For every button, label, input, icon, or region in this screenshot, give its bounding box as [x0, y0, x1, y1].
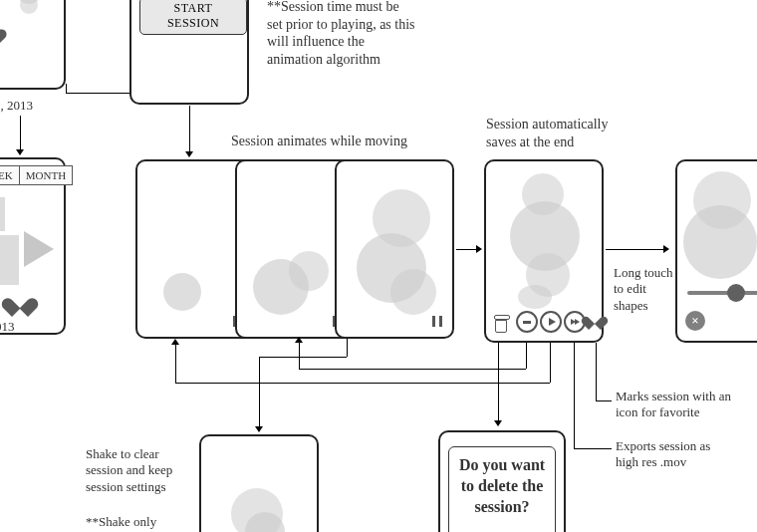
arrow-segment: [347, 339, 348, 357]
arrowhead-icon: [295, 337, 303, 343]
dialog-box: Do you want to delete the session?: [448, 446, 556, 532]
play-icon[interactable]: [540, 311, 562, 333]
note-favorite: Marks session with an icon for favorite: [616, 389, 735, 421]
arrow-segment: [299, 343, 300, 369]
shake-panel: [199, 434, 319, 532]
arrow-segment: [526, 343, 527, 369]
arrow-segment: [574, 448, 612, 449]
start-session-button[interactable]: START SESSION: [139, 0, 247, 35]
tab-week[interactable]: WEEK: [0, 165, 20, 185]
slider-thumb[interactable]: [727, 284, 745, 302]
time-tabs: WEEK MONTH: [0, 165, 73, 185]
note-export: Exports session as high res .mov: [616, 438, 735, 471]
arrow-segment: [259, 357, 260, 428]
heart-icon: [10, 299, 28, 315]
arrow-segment: [175, 383, 550, 384]
timer-panel: 30 START SESSION: [129, 0, 249, 105]
blob-shape: [390, 269, 436, 315]
partial-panel-left-2: WEEK MONTH: [0, 157, 66, 335]
arrow-segment: [175, 345, 176, 383]
note-long-touch: Long touch to edit shapes: [614, 265, 683, 314]
note-animates: Session animates while moving: [231, 133, 407, 150]
arrow-segment: [189, 106, 190, 153]
delete-dialog-panel: Do you want to delete the session?: [438, 430, 566, 532]
dialog-title: Do you want to delete the session?: [455, 455, 549, 517]
arrowhead-icon: [663, 245, 669, 253]
arrowhead-icon: [476, 245, 482, 253]
arrow-segment: [606, 249, 665, 250]
edit-shapes-panel: ×: [675, 159, 757, 343]
note-shake: Shake to clear session and keep session …: [86, 446, 195, 495]
blob-shape: [518, 285, 552, 309]
arrow-segment: [299, 369, 526, 370]
arrow-segment: [259, 357, 347, 358]
big-arrow-icon: [24, 231, 54, 267]
thumbnail-placeholder: [0, 235, 19, 285]
blob-shape: [289, 251, 329, 291]
arrow-segment: [596, 400, 612, 401]
date-range-text: - 19, 2013: [0, 98, 33, 114]
partial-panel-top-left: [0, 0, 66, 90]
blob-shape: [163, 273, 201, 311]
blob-shape: [683, 205, 757, 279]
wireflow-diagram: - 19, 2013 WEEK MONTH , 2013 30 START SE…: [0, 0, 757, 532]
arrowhead-icon: [16, 149, 24, 155]
tab-month[interactable]: MONTH: [20, 165, 73, 185]
arrowhead-icon: [494, 420, 502, 426]
date-text: , 2013: [0, 319, 15, 335]
note-shake-only: **Shake only: [86, 514, 195, 530]
arrow-segment: [66, 93, 129, 94]
arrow-segment: [574, 343, 575, 448]
pause-icon[interactable]: [432, 316, 442, 327]
thumbnail-placeholder: [0, 197, 5, 231]
trash-icon[interactable]: [494, 315, 508, 331]
arrow-segment: [498, 343, 499, 422]
note-autosave: Session automatically saves at the end: [486, 116, 635, 150]
heart-icon[interactable]: [587, 317, 602, 331]
arrowhead-icon: [255, 426, 263, 432]
session-frame-3: [335, 159, 454, 339]
arrowhead-icon: [171, 339, 179, 345]
arrow-segment: [550, 343, 551, 383]
saved-session-panel: [484, 159, 604, 343]
stop-icon[interactable]: [516, 311, 538, 333]
arrow-segment: [456, 249, 476, 250]
blob-shape: [20, 0, 38, 14]
shape-slider[interactable]: [687, 291, 757, 295]
arrow-segment: [66, 84, 67, 94]
arrow-segment: [20, 116, 21, 151]
close-icon[interactable]: ×: [685, 311, 705, 331]
arrow-segment: [596, 343, 597, 400]
arrowhead-icon: [185, 151, 193, 157]
note-session-time: **Session time must be set prior to play…: [267, 0, 416, 68]
